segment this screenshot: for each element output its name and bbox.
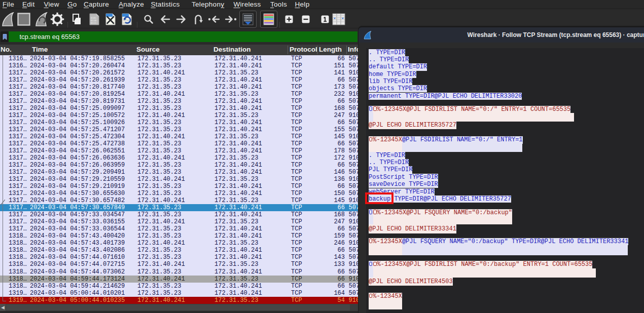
svg-text:0111: 0111 (91, 22, 96, 24)
